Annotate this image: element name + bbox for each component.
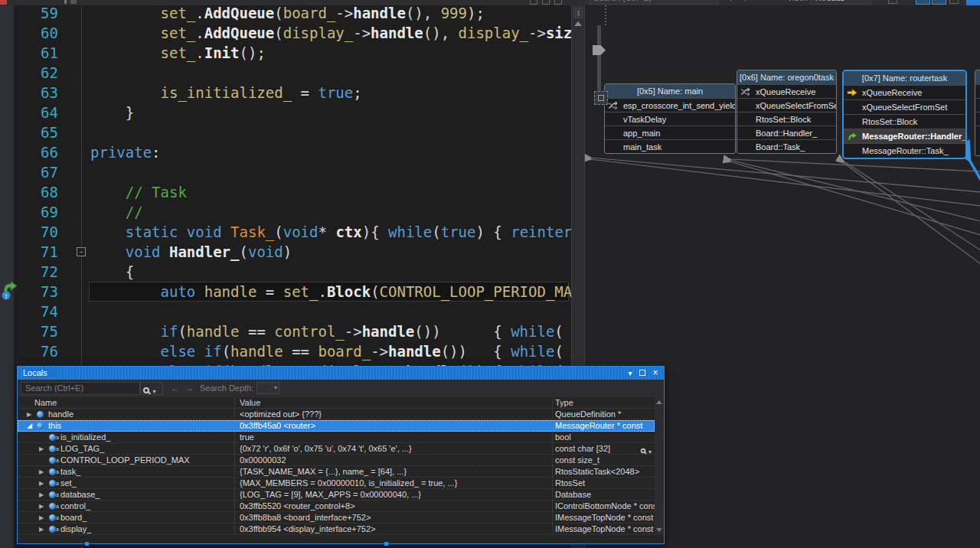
resize-handle[interactable] [384,542,388,546]
editor-toolbar-icon[interactable] [70,0,77,4]
search-options-button[interactable]: ▾ [140,382,163,395]
line-number[interactable]: 72 [18,262,58,282]
locals-row-is-initialized-[interactable]: ais_initialized_truebool [18,432,655,443]
line-number[interactable]: 65 [18,122,58,142]
cell-value[interactable]: <optimized out> {???} [240,409,549,420]
line-number[interactable]: 73 [18,282,58,302]
line-number[interactable]: 74 [18,302,58,321]
expand-arrow-icon[interactable]: ▶ [39,478,47,489]
line-number[interactable]: 68 [18,182,58,202]
locals-row-control-loop-period-max[interactable]: aCONTROL_LOOP_PERIOD_MAX0x00000032const … [18,455,655,466]
locals-window[interactable]: Locals ▾ × Search (Ctrl+E) ▾ ← → Search … [17,366,665,544]
code-line-64[interactable]: 64 } [0,103,570,122]
splitter-grip-icon[interactable]: ↕ [573,7,583,18]
stack-frame-vtaskdelay[interactable]: vTaskDelay [605,112,735,126]
stop-button-icon[interactable] [0,0,7,5]
expand-arrow-icon[interactable]: ▶ [39,489,47,501]
expand-arrow-icon[interactable]: ▶ [27,409,34,420]
stack-frame-xqueuereceive[interactable]: xQueueReceive [844,85,965,99]
locals-row-this[interactable]: ◢this0x3ffb45a0 <router>MessageRouter * … [18,420,655,432]
cell-value[interactable]: {MAX_MEMBERS = 0x00000010, is_initialize… [240,478,549,489]
stack-box-clipped[interactable] [975,70,980,156]
code-line-60[interactable]: 60 set_.AddQueue(display_->handle(), dis… [0,23,570,43]
line-number[interactable]: 64 [18,103,58,122]
frames-toggle-icon[interactable] [932,0,946,5]
code-line-74[interactable]: 74 [0,302,570,321]
scroll-up-arrow-icon[interactable] [656,400,662,404]
view-threads-dropdown[interactable]: Threads [810,0,871,5]
stack-frame-xqueueselectfromset[interactable]: xQueueSelectFromSet [737,98,836,112]
window-position-menu-icon[interactable]: ▾ [624,367,636,380]
code-line-62[interactable]: 62 [0,63,570,83]
stack-frame-board-task-[interactable]: Board::Task_ [737,139,836,153]
column-header-value[interactable]: Value [240,397,260,409]
cell-value[interactable]: {LOG_TAG = [9], MAX_APPS = 0x00000040, .… [240,489,549,501]
locals-row-handle[interactable]: ▶handle<optimized out> {???}QueueDefinit… [18,409,655,420]
cell-value[interactable]: {TASK_NAME_MAX = {...}, name_ = [64], ..… [240,466,549,478]
stack-frame-esp-crosscore-int-send-yield[interactable]: esp_crosscore_int_send_yield [605,98,735,112]
stack-frame-xqueuereceive[interactable]: xQueueReceive [737,84,836,98]
stack-box-title[interactable]: [0x6] Name: oregon0task [737,70,836,84]
code-line-61[interactable]: 61 set_.Init(); [0,43,570,63]
locals-vertical-scrollbar[interactable] [655,397,663,535]
line-number[interactable]: 60 [18,23,58,43]
locals-row-set-[interactable]: ▶aset_{MAX_MEMBERS = 0x00000010, is_init… [18,478,655,489]
scroll-down-arrow-icon[interactable] [656,528,662,532]
stack-frame-rtosset-block[interactable]: RtosSet::Block [844,114,965,129]
code-line-68[interactable]: 68 // Task [0,182,570,202]
locals-row-database-[interactable]: ▶adatabase_{LOG_TAG = [9], MAX_APPS = 0x… [18,489,655,501]
locals-row-display-[interactable]: ▶adisplay_0x3ffbb954 <display_interface+… [18,524,655,535]
line-number[interactable]: 75 [18,321,58,341]
expand-arrow-icon[interactable]: ▶ [39,443,47,455]
locals-row-board-[interactable]: ▶aboard_0x3ffb8ba8 <board_interface+752>… [18,512,655,524]
resize-handle[interactable] [85,542,89,546]
code-line-66[interactable]: 66private: [0,142,570,162]
window-control-icon[interactable] [530,0,537,5]
code-line-63[interactable]: 63 is_initialized_ = true; [0,83,570,103]
birds-eye-view-button[interactable] [594,91,608,105]
column-header-name[interactable]: Name [34,397,57,409]
search-back-icon[interactable]: ← [171,383,180,393]
line-number[interactable]: 69 [18,202,58,222]
stack-frame-messagerouter-task-[interactable]: MessageRouter::Task_ [844,143,965,158]
expand-arrow-icon[interactable]: ▶ [39,466,47,478]
stack-box-oregon0task[interactable]: [0x6] Name: oregon0taskxQueueReceivexQue… [737,70,837,154]
code-line-73[interactable]: 73 auto handle = set_.Block(CONTROL_LOOP… [0,282,570,302]
stacks-toolbar-icon[interactable] [949,0,959,4]
editor-toolbar-icon[interactable] [64,0,67,4]
line-number[interactable]: 66 [18,142,58,162]
cell-value[interactable]: 0x00000032 [240,455,549,466]
search-depth-dropdown[interactable]: ▾ [256,382,279,394]
stack-frame-board-handler-[interactable]: Board::Handler_ [737,126,836,139]
cell-value[interactable]: 0x3ffb8ba8 <board_interface+752> [240,512,549,524]
code-line-76[interactable]: 76 else if(handle == board_->handle()) {… [0,341,570,361]
stack-box-main[interactable]: [0x5] Name: mainesp_crosscore_int_send_y… [604,83,736,154]
maximize-icon[interactable] [636,367,648,380]
expand-arrow-icon[interactable]: ▶ [39,524,47,535]
stacks-search-input[interactable]: Search (Ctrl+E) [590,0,718,5]
forward-arrow-icon[interactable]: › [744,0,747,4]
line-number[interactable]: 59 [18,3,58,23]
code-line-75[interactable]: 75 if(handle == control_->handle()) { wh… [0,321,570,341]
locals-title-bar[interactable]: Locals ▾ × [18,367,664,380]
search-forward-icon[interactable]: → [185,383,194,393]
line-number[interactable]: 61 [18,43,58,63]
locals-row-control-[interactable]: ▶acontrol_0x3ffb5520 <router_control+8>I… [18,501,655,512]
cell-value[interactable]: true [240,432,549,443]
cell-value[interactable]: 0x3ffb5520 <router_control+8> [240,501,549,512]
collapse-arrow-icon[interactable]: ◢ [27,420,34,432]
method-view-toggle-icon[interactable] [916,0,930,5]
code-line-65[interactable]: 65 [0,122,570,142]
line-number[interactable]: 70 [18,222,58,242]
zoom-slider-track[interactable] [597,25,601,96]
window-control-icon[interactable] [554,0,562,5]
code-line-70[interactable]: 70 static void Task_(void* ctx){ while(t… [0,222,570,242]
locals-row-log-tag-[interactable]: ▶aLOG_TAG_{0x72 'r', 0x6f 'o', 0x75 'u',… [18,443,655,455]
line-number[interactable]: 63 [18,83,58,103]
stack-box-title[interactable]: [0x7] Name: routertask [844,71,965,85]
line-number[interactable]: 76 [18,341,58,361]
expand-arrow-icon[interactable]: ▶ [39,501,47,512]
cell-value[interactable]: 0x3ffbb954 <display_interface+752> [240,524,549,535]
column-header-type[interactable]: Type [555,397,573,409]
code-line-69[interactable]: 69 // [0,202,570,222]
